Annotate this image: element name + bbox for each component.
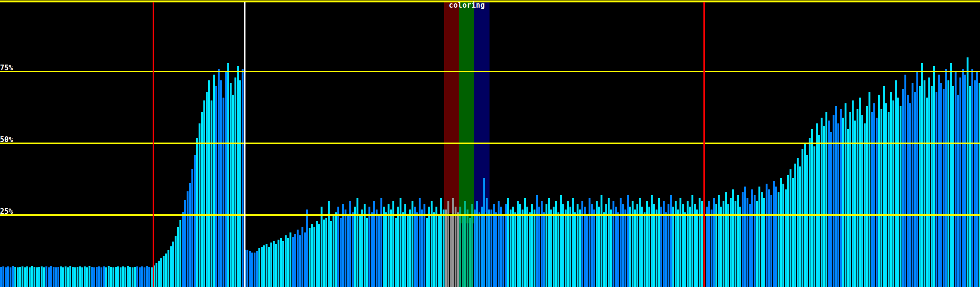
axis-labels-layer: 75%50%25%	[0, 0, 980, 287]
performance-frame-graph: 75%50%25% coloring	[0, 0, 980, 287]
y-axis-label-75: 75%	[0, 64, 13, 72]
y-axis-label-25: 25%	[0, 208, 13, 215]
y-axis-label-50: 50%	[0, 136, 13, 144]
coloring-label: coloring	[449, 1, 485, 10]
